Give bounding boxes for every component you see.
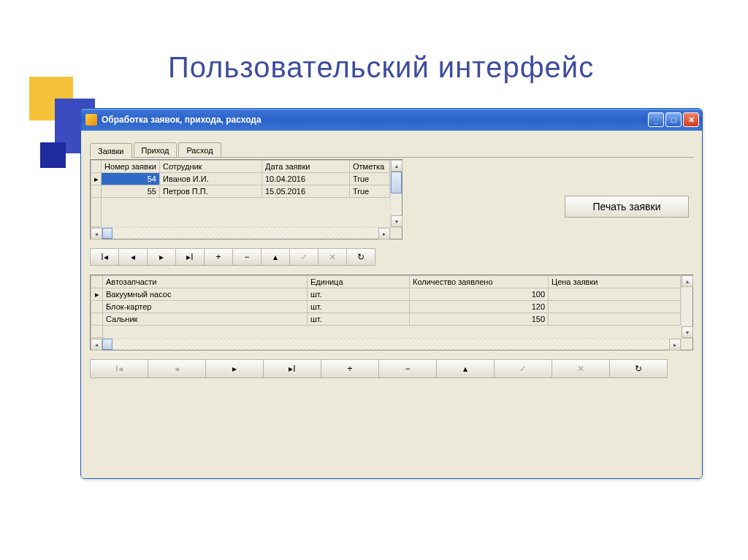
grid2-cell[interactable]: Сальник xyxy=(103,313,308,326)
grid1-hscroll[interactable]: ◂ ▸ xyxy=(91,227,390,239)
nav-post-button[interactable]: ✓ xyxy=(289,248,318,266)
scroll-right-icon[interactable]: ▸ xyxy=(378,228,390,239)
grid2-cell[interactable]: шт. xyxy=(308,301,410,313)
nav2-edit-button[interactable]: ▴ xyxy=(436,359,495,378)
grid2-row[interactable]: Блок-картер шт. 120 xyxy=(91,301,681,313)
nav-add-button[interactable]: + xyxy=(204,248,233,266)
grid2-header-qty[interactable]: Количество заявлено xyxy=(410,276,549,288)
close-button[interactable]: ✕ xyxy=(683,112,699,127)
grid2-header-unit[interactable]: Единица xyxy=(308,276,410,288)
grid1-vscroll[interactable]: ▴ ▾ xyxy=(390,160,402,239)
nav-prev-button[interactable]: ◂ xyxy=(118,248,148,266)
grid2-cell[interactable]: Блок-картер xyxy=(103,301,308,313)
nav2-last-button[interactable]: ▸І xyxy=(263,359,321,378)
scroll-right-icon[interactable]: ▸ xyxy=(669,339,681,350)
navigator-bottom: І◂ ◂ ▸ ▸І + − ▴ ✓ ✕ ↻ xyxy=(90,359,693,378)
grid2-cell[interactable]: шт. xyxy=(308,288,410,301)
grid2-cell[interactable] xyxy=(549,288,681,301)
grid2-cell[interactable] xyxy=(549,301,681,313)
grid2-hscroll[interactable]: ◂ ▸ xyxy=(91,338,681,350)
minimize-button[interactable]: _ xyxy=(648,112,664,127)
window-title: Обработка заявок, прихода, расхода xyxy=(102,115,262,125)
grid1-cell[interactable]: 15.05.2016 xyxy=(262,185,350,198)
grid1-header-number[interactable]: Номер заявки xyxy=(102,161,160,173)
grid2-cell[interactable]: шт. xyxy=(308,313,410,326)
nav2-refresh-button[interactable]: ↻ xyxy=(609,359,668,378)
grid2-vscroll[interactable]: ▴ ▾ xyxy=(681,275,692,350)
grid1-row[interactable]: 55 Петров П.П. 15.05.2016 True xyxy=(91,185,390,198)
tab-strip: Заявки Приход Расход xyxy=(90,142,693,158)
grid2-row[interactable]: ▸ Вакуумный насос шт. 100 xyxy=(91,288,681,301)
scroll-down-icon[interactable]: ▾ xyxy=(391,215,402,227)
titlebar[interactable]: Обработка заявок, прихода, расхода _ □ ✕ xyxy=(81,109,702,131)
scroll-up-icon[interactable]: ▴ xyxy=(682,275,693,287)
nav-first-button[interactable]: І◂ xyxy=(90,248,119,266)
grid2-cell[interactable]: Вакуумный насос xyxy=(103,288,308,301)
decor-square-blue-2 xyxy=(40,142,66,168)
grid1-header-date[interactable]: Дата заявки xyxy=(262,161,350,173)
nav-edit-button[interactable]: ▴ xyxy=(261,248,290,266)
navigator-top: І◂ ◂ ▸ ▸І + − ▴ ✓ ✕ ↻ xyxy=(90,248,693,266)
nav-refresh-button[interactable]: ↻ xyxy=(346,248,375,266)
scroll-up-icon[interactable]: ▴ xyxy=(391,160,402,172)
grid2-header-price[interactable]: Цена заявки xyxy=(549,276,681,288)
nav2-cancel-button[interactable]: ✕ xyxy=(552,359,610,378)
nav2-delete-button[interactable]: − xyxy=(378,359,437,378)
nav2-first-button[interactable]: І◂ xyxy=(90,359,148,378)
grid1-header-mark[interactable]: Отметка xyxy=(350,161,390,173)
tab-requests[interactable]: Заявки xyxy=(90,143,132,158)
grid1-cell[interactable]: 54 xyxy=(102,173,160,185)
grid2-cell[interactable] xyxy=(549,313,681,326)
grid1-cell[interactable]: Иванов И.И. xyxy=(160,173,262,185)
nav2-add-button[interactable]: + xyxy=(321,359,379,378)
requests-grid[interactable]: Номер заявки Сотрудник Дата заявки Отмет… xyxy=(90,159,402,239)
maximize-button[interactable]: □ xyxy=(665,112,682,127)
grid2-corner xyxy=(91,276,103,288)
grid1-cell[interactable]: Петров П.П. xyxy=(160,185,262,198)
grid1-corner xyxy=(91,161,102,173)
app-icon xyxy=(85,114,97,126)
grid1-row[interactable]: ▸ 54 Иванов И.И. 10.04.2016 True xyxy=(91,173,390,185)
grid1-cell[interactable]: True xyxy=(350,173,390,185)
grid1-header-employee[interactable]: Сотрудник xyxy=(160,161,262,173)
grid2-cell[interactable]: 120 xyxy=(410,301,549,313)
tab-income[interactable]: Приход xyxy=(134,142,178,158)
nav2-next-button[interactable]: ▸ xyxy=(205,359,264,378)
grid2-cell[interactable]: 100 xyxy=(410,288,549,301)
nav2-post-button[interactable]: ✓ xyxy=(494,359,552,378)
nav-last-button[interactable]: ▸І xyxy=(175,248,205,266)
grid2-cell[interactable]: 150 xyxy=(410,313,549,326)
tab-expense[interactable]: Расход xyxy=(178,142,221,158)
grid2-row[interactable]: Сальник шт. 150 xyxy=(91,313,681,326)
parts-grid[interactable]: Автозапчасти Единица Количество заявлено… xyxy=(90,275,693,350)
row-indicator-icon: ▸ xyxy=(91,173,102,185)
app-window: Обработка заявок, прихода, расхода _ □ ✕… xyxy=(80,108,703,479)
grid1-cell[interactable]: 10.04.2016 xyxy=(262,173,350,185)
scroll-left-icon[interactable]: ◂ xyxy=(91,339,102,350)
nav-next-button[interactable]: ▸ xyxy=(147,248,176,266)
scroll-left-icon[interactable]: ◂ xyxy=(91,228,102,239)
scroll-down-icon[interactable]: ▾ xyxy=(682,326,693,338)
grid1-cell[interactable]: 55 xyxy=(102,185,160,198)
nav2-prev-button[interactable]: ◂ xyxy=(148,359,206,378)
print-request-button[interactable]: Печать заявки xyxy=(565,196,689,218)
row-indicator-icon xyxy=(91,185,102,198)
nav-delete-button[interactable]: − xyxy=(232,248,262,266)
grid2-header-part[interactable]: Автозапчасти xyxy=(103,276,308,288)
row-indicator-icon: ▸ xyxy=(91,288,103,301)
client-area: Заявки Приход Расход Номер заявки Сотруд… xyxy=(81,131,702,478)
grid1-cell[interactable]: True xyxy=(350,185,390,198)
slide-title: Пользовательский интерфейс xyxy=(168,51,594,84)
nav-cancel-button[interactable]: ✕ xyxy=(318,248,347,266)
